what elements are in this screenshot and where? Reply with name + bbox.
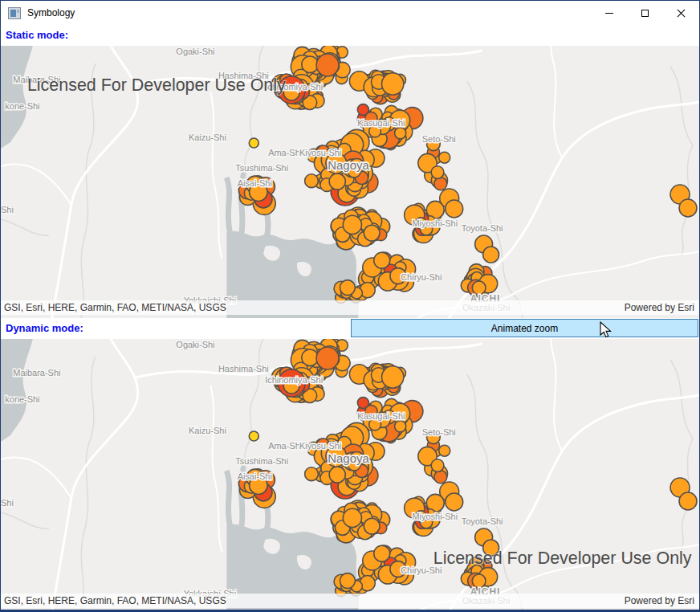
svg-text:Maibara-Shi: Maibara-Shi (13, 368, 60, 377)
app-window: Symbology Static mode: Ogaki-ShiMaibara-… (0, 0, 700, 612)
dynamic-mode-label: Dynamic mode: (6, 322, 83, 334)
maximize-button[interactable] (627, 1, 663, 25)
svg-text:Kaizu-Shi: Kaizu-Shi (189, 133, 226, 142)
close-button[interactable] (663, 1, 699, 25)
dynamic-mode-row: Dynamic mode: Animated zoom (1, 318, 699, 339)
app-icon (8, 7, 21, 19)
svg-text:Nagoya: Nagoya (328, 451, 369, 465)
minimize-button[interactable] (591, 1, 627, 25)
attribution-text: GSI, Esri, HERE, Garmin, FAO, METI/NASA,… (4, 302, 226, 313)
static-map-attribution-bar: GSI, Esri, HERE, Garmin, FAO, METI/NASA,… (1, 300, 699, 315)
svg-text:Kiyosu-Shi: Kiyosu-Shi (299, 441, 341, 451)
svg-text:Tsushima-Shi: Tsushima-Shi (235, 456, 288, 466)
svg-text:Chiryu-Shi: Chiryu-Shi (401, 272, 442, 282)
svg-text:Ichinomiya-Shi: Ichinomiya-Shi (265, 375, 323, 385)
attribution-text: GSI, Esri, HERE, Garmin, FAO, METI/NASA,… (4, 595, 226, 606)
svg-text:Ogaki-Shi: Ogaki-Shi (176, 340, 214, 349)
svg-text:Toyota-Shi: Toyota-Shi (462, 516, 503, 526)
static-mode-row: Static mode: (1, 25, 699, 46)
svg-text:Seto-Shi: Seto-Shi (422, 427, 456, 437)
svg-text:Kaizu-Shi: Kaizu-Shi (189, 426, 226, 435)
svg-text:Toyota-Shi: Toyota-Shi (462, 223, 503, 233)
svg-text:Kiyosu-Shi: Kiyosu-Shi (299, 148, 341, 157)
window-title: Symbology (27, 7, 75, 18)
svg-text:Ama-Shi: Ama-Shi (268, 148, 302, 157)
svg-text:Tsushima-Shi: Tsushima-Shi (235, 163, 288, 173)
svg-text:Miyoshi-Shi: Miyoshi-Shi (412, 512, 458, 521)
license-watermark: Licensed For Developer Use Only (27, 75, 286, 95)
svg-text:Ama-Shi: Ama-Shi (268, 441, 302, 451)
powered-by-esri: Powered by Esri (625, 595, 694, 606)
dynamic-map-attribution-bar: GSI, Esri, HERE, Garmin, FAO, METI/NASA,… (1, 594, 699, 608)
svg-text:Nagoya: Nagoya (328, 158, 369, 172)
maximize-icon (641, 10, 649, 17)
svg-text:Aisai-Shi: Aisai-Shi (238, 471, 272, 481)
title-bar[interactable]: Symbology (1, 1, 699, 25)
svg-text:Ogaki-Shi: Ogaki-Shi (176, 47, 214, 56)
svg-text:Aisai-Shi: Aisai-Shi (238, 178, 272, 188)
svg-text:kone-Shi: kone-Shi (5, 394, 39, 404)
svg-text:Seto-Shi: Seto-Shi (422, 134, 456, 144)
minimize-icon (605, 13, 613, 14)
svg-text:Kasugai-Shi: Kasugai-Shi (357, 118, 405, 128)
animated-zoom-button[interactable]: Animated zoom (351, 319, 698, 337)
close-icon (677, 9, 686, 18)
dynamic-map-canvas[interactable]: Ogaki-ShiMaibara-Shikone-ShiShiHashima-S… (1, 339, 699, 610)
svg-text:Hashima-Shi: Hashima-Shi (218, 364, 269, 373)
static-mode-label: Static mode: (6, 29, 68, 41)
svg-text:Shi: Shi (1, 205, 14, 214)
license-watermark: Licensed For Developer Use Only (433, 549, 692, 568)
powered-by-esri: Powered by Esri (625, 302, 694, 313)
svg-text:kone-Shi: kone-Shi (5, 101, 39, 111)
static-map-canvas[interactable]: Ogaki-ShiMaibara-Shikone-ShiShiHashima-S… (1, 46, 699, 318)
svg-text:Miyoshi-Shi: Miyoshi-Shi (412, 218, 458, 228)
caption-buttons (591, 1, 699, 25)
svg-text:Shi: Shi (1, 498, 14, 508)
static-map-view: Ogaki-ShiMaibara-Shikone-ShiShiHashima-S… (1, 46, 699, 318)
dynamic-map-view: Ogaki-ShiMaibara-Shikone-ShiShiHashima-S… (1, 339, 699, 610)
svg-text:Kasugai-Shi: Kasugai-Shi (357, 411, 405, 421)
